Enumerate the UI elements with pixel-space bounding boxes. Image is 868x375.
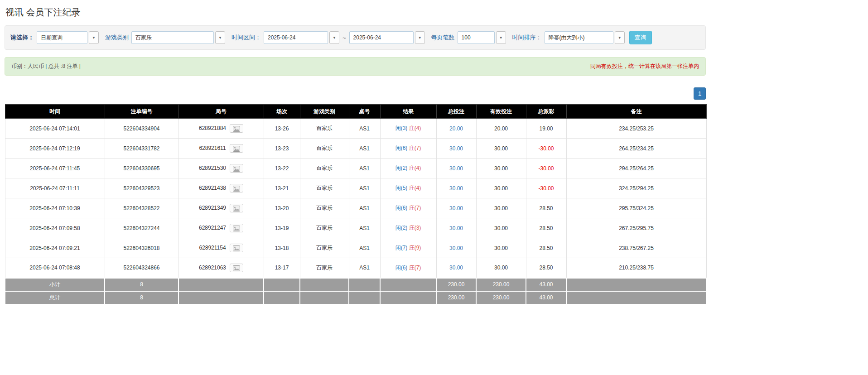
query-type-select: ▼ — [37, 31, 99, 44]
payout-cell: -30.00 — [526, 178, 566, 198]
round-video-button[interactable] — [230, 124, 243, 133]
date-from-input[interactable] — [264, 31, 328, 44]
table-row: 2025-06-24 07:09:21 522604326018 6289211… — [5, 238, 706, 258]
valid-bet-cell: 30.00 — [476, 258, 526, 278]
round-cell: 628921884 — [178, 119, 264, 139]
round-video-button[interactable] — [230, 264, 243, 272]
round-number: 628921611 — [199, 145, 226, 151]
total-bet-link[interactable]: 30.00 — [449, 245, 463, 251]
bet-id-cell: 522604331782 — [105, 139, 178, 159]
table-number-cell: AS1 — [349, 119, 380, 139]
table-number-cell: AS1 — [349, 198, 380, 218]
bet-records-table: 时间 注单编号 局号 场次 游戏类别 桌号 结果 总投注 有效投注 总派彩 备注… — [5, 104, 707, 305]
query-type-input[interactable] — [37, 31, 87, 44]
note-cell: 294.25/264.25 — [566, 159, 706, 178]
page-size-label: 每页笔数 — [431, 34, 455, 42]
total-row: 总计 8 230.00 230.00 43.00 — [5, 291, 706, 304]
round-cell: 628921063 — [178, 258, 264, 278]
video-replay-icon — [233, 206, 240, 212]
round-cell: 628921349 — [178, 198, 264, 218]
session-cell: 13-23 — [264, 139, 300, 159]
total-bet-link[interactable]: 30.00 — [449, 185, 463, 192]
time-cell: 2025-06-24 07:09:21 — [5, 238, 105, 258]
search-button[interactable]: 查询 — [629, 31, 652, 44]
valid-bet-cell: 30.00 — [476, 178, 526, 198]
payout-cell: 28.50 — [526, 198, 566, 218]
total-bet-link[interactable]: 20.00 — [449, 125, 463, 132]
round-cell: 628921438 — [178, 178, 264, 198]
chevron-down-icon[interactable]: ▼ — [215, 31, 225, 44]
chevron-down-icon[interactable]: ▼ — [615, 31, 625, 44]
note-cell: 267.25/295.75 — [566, 218, 706, 238]
video-replay-icon — [233, 146, 240, 152]
sort-order-select: ▼ — [545, 31, 625, 44]
round-video-button[interactable] — [230, 144, 243, 153]
session-cell: 13-21 — [264, 178, 300, 198]
valid-bet-cell: 30.00 — [476, 159, 526, 178]
col-round: 局号 — [178, 105, 264, 119]
subtotal-total-bet: 230.00 — [436, 278, 476, 291]
empty-cell — [264, 291, 300, 304]
table-body: 2025-06-24 07:14:01 522604334904 6289218… — [5, 119, 706, 278]
banker-result: 庄(4) — [409, 185, 421, 191]
video-replay-icon — [233, 265, 240, 271]
note-cell: 234.25/253.25 — [566, 119, 706, 139]
page-button-1[interactable]: 1 — [694, 87, 706, 100]
time-cell: 2025-06-24 07:09:58 — [5, 218, 105, 238]
total-bet-link[interactable]: 30.00 — [449, 225, 463, 231]
total-bet-link[interactable]: 30.00 — [449, 205, 463, 212]
main-container: 视讯 会员下注纪录 请选择： ▼ 游戏类别 ▼ 时间区间： ▼ ~ ▼ 每页笔数… — [5, 0, 706, 305]
total-total-bet: 230.00 — [436, 291, 476, 304]
total-valid-bet: 230.00 — [476, 291, 526, 304]
round-video-button[interactable] — [230, 204, 243, 212]
game-type-select: ▼ — [131, 31, 225, 44]
empty-cell — [380, 291, 436, 304]
video-replay-icon — [233, 166, 240, 172]
empty-cell — [178, 278, 264, 291]
pagination: 1 — [5, 87, 706, 100]
col-time: 时间 — [5, 105, 105, 119]
chevron-down-icon[interactable]: ▼ — [415, 31, 425, 44]
chevron-down-icon[interactable]: ▼ — [496, 31, 506, 44]
table-row: 2025-06-24 07:14:01 522604334904 6289218… — [5, 119, 706, 139]
total-bet-cell: 20.00 — [436, 119, 476, 139]
round-video-button[interactable] — [230, 224, 243, 232]
page-size-input[interactable] — [458, 31, 495, 44]
round-video-button[interactable] — [230, 244, 243, 252]
round-number: 628921438 — [199, 185, 226, 191]
banker-result: 庄(4) — [409, 125, 421, 131]
empty-cell — [300, 291, 349, 304]
payout-cell: 28.50 — [526, 238, 566, 258]
col-note: 备注 — [566, 105, 706, 119]
game-type-cell: 百家乐 — [300, 178, 349, 198]
session-cell: 13-18 — [264, 238, 300, 258]
date-to-input[interactable] — [349, 31, 414, 44]
date-to-select: ▼ — [349, 31, 425, 44]
valid-bet-cell: 30.00 — [476, 218, 526, 238]
chevron-down-icon[interactable]: ▼ — [89, 31, 99, 44]
game-type-cell: 百家乐 — [300, 119, 349, 139]
round-video-button[interactable] — [230, 184, 243, 192]
game-type-input[interactable] — [131, 31, 214, 44]
game-type-label: 游戏类别 — [105, 34, 129, 42]
empty-cell — [349, 278, 380, 291]
bet-id-cell: 522604326018 — [105, 238, 178, 258]
time-cell: 2025-06-24 07:14:01 — [5, 119, 105, 139]
total-bet-link[interactable]: 30.00 — [449, 165, 463, 172]
total-bet-link[interactable]: 30.00 — [449, 145, 463, 152]
total-bet-cell: 30.00 — [436, 198, 476, 218]
valid-bet-cell: 20.00 — [476, 119, 526, 139]
player-result: 闲(5) — [395, 185, 408, 191]
table-number-cell: AS1 — [349, 139, 380, 159]
round-video-button[interactable] — [230, 164, 243, 173]
note-cell: 238.75/267.25 — [566, 238, 706, 258]
time-cell: 2025-06-24 07:08:48 — [5, 258, 105, 278]
sort-order-input[interactable] — [545, 31, 613, 44]
chevron-down-icon[interactable]: ▼ — [329, 31, 339, 44]
subtotal-label: 小计 — [5, 278, 105, 291]
round-number: 628921154 — [199, 245, 226, 251]
subtotal-valid-bet: 230.00 — [476, 278, 526, 291]
player-result: 闲(6) — [395, 145, 408, 151]
total-bet-link[interactable]: 30.00 — [449, 264, 463, 271]
round-number: 628921247 — [199, 225, 226, 231]
